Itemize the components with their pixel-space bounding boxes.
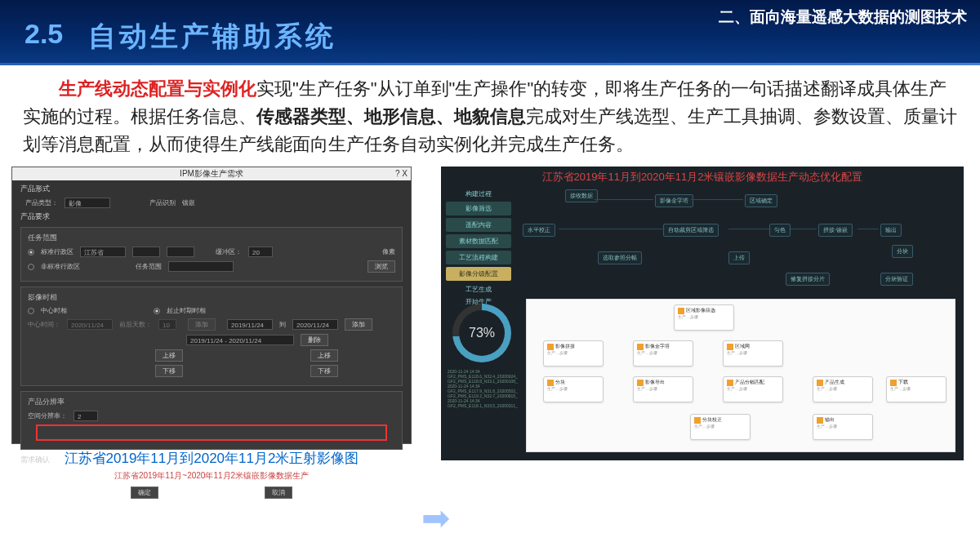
wnode-5: 分块生产…步骤: [543, 376, 604, 402]
side-step-3[interactable]: 素材数据匹配: [446, 234, 511, 248]
add-button-2[interactable]: 添加: [345, 318, 372, 331]
folder-icon: [637, 380, 644, 386]
chapter-label: 二、面向海量遥感大数据的测图技术: [719, 7, 967, 28]
arrow-icon: ➡: [421, 498, 450, 538]
node-recv: 接收数据: [565, 189, 598, 202]
wnode-4: 区域网生产…步骤: [723, 340, 783, 367]
side-step-1[interactable]: 影像筛选: [446, 202, 511, 216]
node-pyr: 影像金字塔: [655, 194, 693, 207]
up-button-2[interactable]: 上移: [310, 349, 338, 362]
window-controls[interactable]: ? X: [395, 167, 408, 180]
body-paragraph: 生产线动态配置与实例化实现"生产任务"从订单到"生产操作"的转变，即将生产任务的…: [0, 65, 980, 163]
buffer-input[interactable]: 20: [248, 247, 273, 257]
folder-icon: [727, 344, 733, 350]
section-product-req: 产品要求: [20, 211, 403, 222]
radio-nonstd-admin[interactable]: [28, 264, 34, 270]
delete-button[interactable]: 删除: [301, 334, 328, 346]
ok-button[interactable]: 确定: [131, 487, 158, 499]
node-hcorr: 水平校正: [523, 224, 555, 237]
red-highlight-box: [36, 424, 387, 441]
flow-title: 江苏省2019年11月到2020年11月2米镶嵌影像数据生产动态优化配置: [441, 167, 964, 188]
folder-icon: [678, 308, 684, 314]
range-display: 2019/11/24 - 2020/11/24: [186, 335, 294, 345]
add-button-1[interactable]: 添加: [188, 318, 216, 331]
province-select[interactable]: 江苏省: [80, 247, 126, 257]
cancel-button[interactable]: 取消: [265, 487, 292, 499]
side-step-5[interactable]: 影像分级配置: [446, 267, 511, 281]
folder-icon: [890, 380, 897, 386]
wnode-2: 影像拼接生产…步骤: [543, 340, 604, 367]
wnode-9: 下载生产…步骤: [886, 376, 947, 402]
flow-graph: 接收数据 影像金字塔 区域确定 水平校正 自动裁剪区域筛选 匀色 拼接·镶嵌 输…: [516, 188, 957, 294]
section-number: 2.5: [24, 18, 63, 50]
folder-icon: [547, 344, 554, 350]
product-type-select[interactable]: 影像: [65, 198, 110, 208]
node-upload: 上传: [728, 251, 750, 264]
wnode-7: 产品分幅匹配生产…步骤: [723, 376, 783, 402]
wnode-10: 分块校正生产…步骤: [690, 414, 751, 440]
folder-icon: [817, 417, 823, 424]
up-button-1[interactable]: 上移: [155, 349, 183, 362]
wnode-1: 区域影像筛选生产…步骤: [674, 304, 734, 331]
wnode-3: 影像金字塔生产…步骤: [633, 340, 693, 367]
progress-ring: 73%: [452, 304, 511, 362]
side-step-2[interactable]: 遥配内容: [446, 218, 511, 232]
folder-icon: [727, 380, 733, 386]
window-titlebar: IPM影像生产需求? X: [12, 167, 411, 180]
browse-button[interactable]: 浏览: [368, 260, 395, 273]
folder-icon: [817, 380, 823, 386]
folder-icon: [694, 417, 701, 424]
node-color: 匀色: [769, 224, 791, 237]
node-autocut: 自动裁剪区域筛选: [663, 224, 719, 237]
workflow-canvas: 区域影像筛选生产…步骤 影像拼接生产…步骤 影像金字塔生产…步骤 区域网生产…步…: [526, 299, 956, 452]
down-button-2[interactable]: 下移: [310, 365, 338, 377]
date-to-input[interactable]: 2020/11/24: [292, 319, 338, 330]
ipm-form-window: IPM影像生产需求? X 产品形式 产品类型：影像 产品识别镶嵌 产品要求 任务…: [11, 167, 412, 444]
node-fix: 修复拼接分片: [786, 273, 830, 286]
slide-header: 2.5 自动生产辅助系统 二、面向海量遥感大数据的测图技术: [0, 0, 980, 65]
section-title: 自动生产辅助系统: [88, 18, 336, 56]
wnode-6: 影像导出生产…步骤: [633, 376, 693, 402]
side-step-4[interactable]: 工艺流程构建: [446, 251, 511, 264]
radio-center-time[interactable]: [28, 308, 34, 314]
node-area: 区域确定: [745, 194, 777, 207]
figure-right: 江苏省2019年11月到2020年11月2米镶嵌影像数据生产动态优化配置 构建过…: [441, 167, 964, 468]
summary-text: 江苏省2019年11月~2020年11月2米镶嵌影像数据生产: [12, 470, 411, 482]
radio-std-admin[interactable]: [28, 249, 34, 256]
folder-icon: [637, 344, 644, 350]
down-button-1[interactable]: 下移: [155, 365, 183, 377]
flow-sidebar: 构建过程 影像筛选 遥配内容 素材数据匹配 工艺流程构建 影像分级配置 工艺生成…: [446, 189, 511, 308]
folder-icon: [547, 380, 554, 386]
node-tile: 分块: [892, 245, 913, 258]
date-from-input[interactable]: 2019/11/24: [227, 319, 273, 330]
lead-highlight: 生产线动态配置与实例化: [59, 78, 256, 99]
resolution-input[interactable]: 2: [74, 411, 98, 421]
figure-left: IPM影像生产需求? X 产品形式 产品类型：影像 产品识别镶嵌 产品要求 任务…: [11, 167, 412, 468]
wnode-8: 产品生成生产…步骤: [813, 376, 873, 402]
node-out: 输出: [880, 224, 902, 237]
section-product-form: 产品形式: [20, 184, 403, 194]
wnode-11: 输出生产…步骤: [813, 414, 873, 440]
node-mosaic: 拼接·镶嵌: [818, 224, 853, 237]
log-output: 2020-11-24 14:34 GF2_PMS_E118.6_N32.4_20…: [448, 369, 518, 455]
node-ref: 选取参照分幅: [598, 251, 642, 264]
radio-range-time[interactable]: [154, 308, 160, 314]
flow-panel: 江苏省2019年11月到2020年11月2米镶嵌影像数据生产动态优化配置 构建过…: [441, 167, 964, 460]
progress-percent: 73%: [452, 304, 511, 362]
node-tilev: 分块验证: [880, 273, 913, 286]
